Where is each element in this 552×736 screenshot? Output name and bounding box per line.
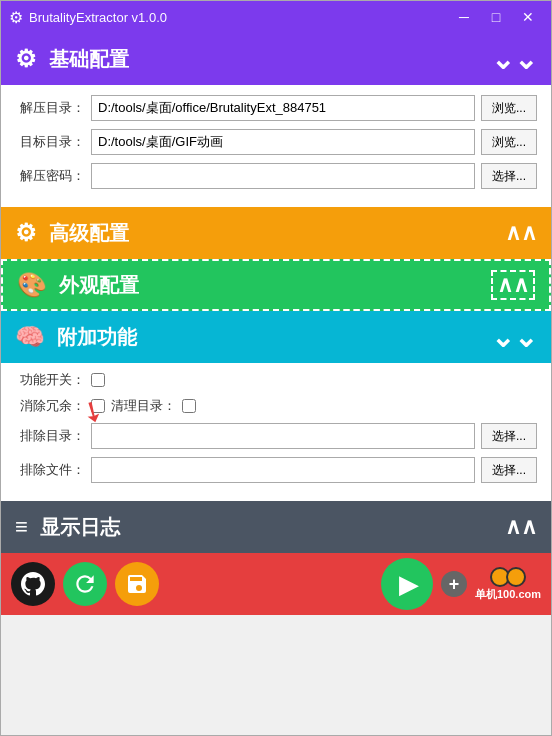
- section-advanced-header[interactable]: ⚙ 高级配置 ∧∧: [1, 207, 551, 259]
- extra-icon: 🧠: [15, 323, 45, 351]
- exclude-dir-input[interactable]: [91, 423, 475, 449]
- log-arrow: ∧∧: [505, 514, 537, 540]
- extra-arrow: ⌄⌄: [491, 321, 537, 354]
- refresh-button[interactable]: [63, 562, 107, 606]
- github-button[interactable]: [11, 562, 55, 606]
- exclude-file-input[interactable]: [91, 457, 475, 483]
- section-basic-label: 基础配置: [49, 46, 129, 73]
- save-button[interactable]: [115, 562, 159, 606]
- target-dir-row: 目标目录： 浏览...: [15, 129, 537, 155]
- advanced-icon: ⚙: [15, 219, 37, 247]
- remove-dup-checkbox[interactable]: [91, 399, 105, 413]
- log-icon: ≡: [15, 514, 28, 540]
- titlebar-left: ⚙ BrutalityExtractor v1.0.0: [9, 8, 167, 27]
- exclude-dir-select-button[interactable]: 选择...: [481, 423, 537, 449]
- appearance-icon: 🎨: [17, 271, 47, 299]
- app-icon: ⚙: [9, 8, 23, 27]
- close-button[interactable]: ✕: [513, 6, 543, 28]
- remove-dup-label: 消除冗余：: [15, 397, 85, 415]
- bottom-bar: ▶ + 单机100.com: [1, 553, 551, 615]
- titlebar: ⚙ BrutalityExtractor v1.0.0 ─ □ ✕: [1, 1, 551, 33]
- plus-circle[interactable]: +: [441, 571, 467, 597]
- titlebar-controls: ─ □ ✕: [449, 6, 543, 28]
- password-select-button[interactable]: 选择...: [481, 163, 537, 189]
- watermark-icon-2: [506, 567, 526, 587]
- section-log-header[interactable]: ≡ 显示日志 ∧∧: [1, 501, 551, 553]
- extract-dir-row: 解压目录： 浏览...: [15, 95, 537, 121]
- basic-icon: ⚙: [15, 45, 37, 73]
- section-basic-header[interactable]: ⚙ 基础配置 ⌄⌄: [1, 33, 551, 85]
- func-switch-label: 功能开关：: [15, 371, 85, 389]
- exclude-file-select-button[interactable]: 选择...: [481, 457, 537, 483]
- exclude-file-row: 排除文件： 选择...: [15, 457, 537, 483]
- clean-dir-checkbox-item: [182, 399, 196, 413]
- refresh-icon: [72, 571, 98, 597]
- target-dir-browse-button[interactable]: 浏览...: [481, 129, 537, 155]
- section-extra-header[interactable]: 🧠 附加功能 ⌄⌄: [1, 311, 551, 363]
- play-button[interactable]: ▶: [381, 558, 433, 610]
- advanced-arrow: ∧∧: [505, 220, 537, 246]
- exclude-dir-label: 排除目录：: [15, 427, 85, 445]
- watermark-text: 单机100.com: [475, 587, 541, 602]
- section-appearance-label: 外观配置: [59, 272, 139, 299]
- target-dir-label: 目标目录：: [15, 133, 85, 151]
- play-icon: ▶: [399, 569, 419, 600]
- extra-content: 功能开关： 消除冗余： 清理目录： 排除目录： ➘ 选择... 排除文件： 选择…: [1, 363, 551, 501]
- maximize-button[interactable]: □: [481, 6, 511, 28]
- save-icon: [125, 572, 149, 596]
- section-extra-label: 附加功能: [57, 324, 137, 351]
- clean-dir-checkbox[interactable]: [182, 399, 196, 413]
- github-icon: [21, 572, 45, 596]
- exclude-dir-row: 排除目录： ➘ 选择...: [15, 423, 537, 449]
- remove-dup-row: 消除冗余： 清理目录：: [15, 397, 537, 415]
- appearance-arrow: ∧∧: [491, 270, 535, 300]
- remove-dup-checkbox-item: [91, 399, 105, 413]
- exclude-file-label: 排除文件：: [15, 461, 85, 479]
- func-switch-row: 功能开关：: [15, 371, 537, 389]
- watermark: 单机100.com: [475, 567, 541, 602]
- bottom-right: ▶ + 单机100.com: [381, 558, 541, 610]
- section-advanced-label: 高级配置: [49, 220, 129, 247]
- extract-dir-input[interactable]: [91, 95, 475, 121]
- app-title: BrutalityExtractor v1.0.0: [29, 10, 167, 25]
- bottom-left: [11, 562, 159, 606]
- func-switch-checkbox-item: [91, 373, 105, 387]
- section-log-label: 显示日志: [40, 514, 120, 541]
- plus-icon: +: [449, 574, 460, 595]
- watermark-icons: [490, 567, 526, 587]
- basic-arrow: ⌄⌄: [491, 43, 537, 76]
- password-label: 解压密码：: [15, 167, 85, 185]
- password-row: 解压密码： 选择...: [15, 163, 537, 189]
- password-input[interactable]: [91, 163, 475, 189]
- minimize-button[interactable]: ─: [449, 6, 479, 28]
- target-dir-input[interactable]: [91, 129, 475, 155]
- extract-dir-browse-button[interactable]: 浏览...: [481, 95, 537, 121]
- clean-dir-label: 清理目录：: [111, 397, 176, 415]
- extract-dir-label: 解压目录：: [15, 99, 85, 117]
- func-switch-checkbox[interactable]: [91, 373, 105, 387]
- section-appearance-header[interactable]: 🎨 外观配置 ∧∧: [1, 259, 551, 311]
- basic-content: 解压目录： 浏览... 目标目录： 浏览... 解压密码： 选择...: [1, 85, 551, 207]
